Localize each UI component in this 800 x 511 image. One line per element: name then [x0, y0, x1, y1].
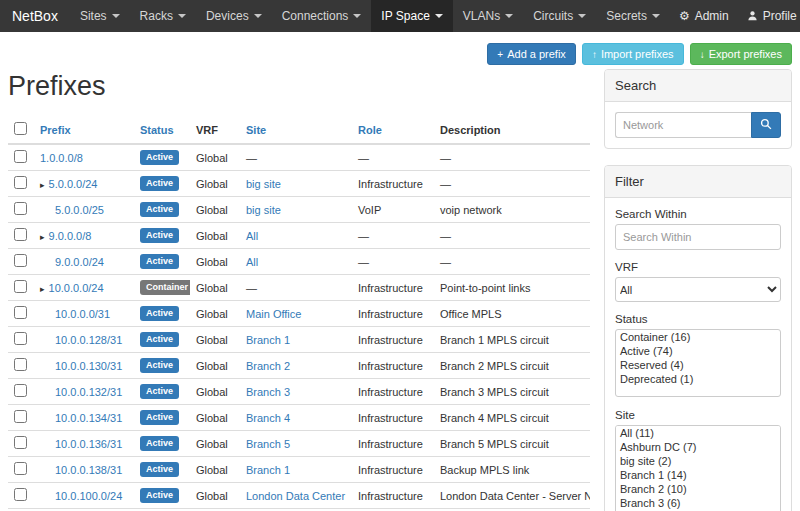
site-link[interactable]: Branch 3 [246, 386, 290, 398]
profile-link[interactable]: Profile [738, 0, 800, 32]
expand-children-icon[interactable]: ▸ [40, 180, 45, 190]
nav-item-vlans[interactable]: VLANs [453, 0, 523, 32]
vrf-select[interactable]: All [615, 277, 781, 302]
table-row: 10.0.0.134/31ActiveGlobalBranch 4Infrast… [8, 405, 590, 431]
prefix-link[interactable]: 9.0.0.0/8 [49, 230, 92, 242]
site-link[interactable]: Branch 1 [246, 334, 290, 346]
site-select[interactable]: All (11)Ashburn DC (7)big site (2)Branch… [615, 425, 781, 511]
description-cell: — [434, 249, 590, 275]
expand-children-icon[interactable]: ▸ [40, 232, 45, 242]
prefix-link[interactable]: 10.0.0.0/24 [49, 282, 104, 294]
export-prefixes-button[interactable]: ↓Export prefixes [690, 43, 792, 65]
site-link[interactable]: Branch 1 [246, 464, 290, 476]
row-checkbox[interactable] [14, 306, 27, 319]
description-cell: — [434, 223, 590, 249]
row-checkbox[interactable] [14, 280, 27, 293]
column-header-status[interactable]: Status [140, 124, 174, 136]
site-cell: — [240, 275, 352, 301]
nav-item-ip-space[interactable]: IP Space [371, 0, 452, 32]
nav-item-sites[interactable]: Sites [70, 0, 130, 32]
search-within-input[interactable] [615, 224, 781, 250]
filter-option[interactable]: Branch 2 (10) [616, 482, 780, 496]
filter-option[interactable]: Deprecated (1) [616, 372, 780, 386]
prefix-link[interactable]: 5.0.0.0/24 [49, 178, 98, 190]
row-checkbox[interactable] [14, 462, 27, 475]
row-checkbox[interactable] [14, 384, 27, 397]
row-checkbox[interactable] [14, 228, 27, 241]
filter-option[interactable]: Ashburn DC (7) [616, 440, 780, 454]
caret-down-icon [178, 14, 186, 18]
select-all-checkbox[interactable] [14, 122, 27, 135]
search-input[interactable] [615, 112, 751, 138]
nav-item-connections[interactable]: Connections [272, 0, 372, 32]
site-link[interactable]: Main Office [246, 308, 301, 320]
filter-option[interactable]: Container (16) [616, 330, 780, 344]
filter-option[interactable]: Branch 1 (14) [616, 468, 780, 482]
column-header-site[interactable]: Site [246, 124, 266, 136]
vrf-cell: Global [190, 457, 240, 483]
row-checkbox[interactable] [14, 150, 27, 163]
filter-option[interactable]: big site (2) [616, 454, 780, 468]
nav-item-devices[interactable]: Devices [196, 0, 272, 32]
nav-item-racks[interactable]: Racks [130, 0, 196, 32]
status-badge: Active [140, 254, 179, 269]
row-checkbox[interactable] [14, 436, 27, 449]
table-row: 10.0.0.136/31ActiveGlobalBranch 5Infrast… [8, 431, 590, 457]
role-cell: Infrastructure [352, 405, 434, 431]
prefix-link[interactable]: 9.0.0.0/24 [55, 256, 104, 268]
search-within-label: Search Within [615, 208, 781, 220]
prefix-link[interactable]: 10.0.0.138/31 [55, 464, 122, 476]
gear-icon: ⚙ [679, 10, 690, 22]
nav-item-circuits[interactable]: Circuits [523, 0, 596, 32]
admin-link[interactable]: ⚙ Admin [670, 0, 738, 32]
prefix-link[interactable]: 10.0.0.136/31 [55, 438, 122, 450]
prefix-link[interactable]: 10.0.0.0/31 [55, 308, 110, 320]
site-link[interactable]: Branch 5 [246, 438, 290, 450]
prefix-link[interactable]: 10.0.100.0/24 [55, 490, 122, 502]
row-checkbox[interactable] [14, 176, 27, 189]
prefix-link[interactable]: 10.0.0.130/31 [55, 360, 122, 372]
brand-logo[interactable]: NetBox [6, 0, 70, 32]
status-badge: Active [140, 202, 179, 217]
description-cell: voip network [434, 197, 590, 223]
caret-down-icon [435, 14, 443, 18]
vrf-cell: Global [190, 379, 240, 405]
prefix-link[interactable]: 5.0.0.0/25 [55, 204, 104, 216]
column-header-prefix[interactable]: Prefix [40, 124, 71, 136]
row-checkbox[interactable] [14, 488, 27, 501]
row-checkbox[interactable] [14, 254, 27, 267]
row-checkbox[interactable] [14, 410, 27, 423]
filter-option[interactable]: Active (74) [616, 344, 780, 358]
status-select[interactable]: Container (16)Active (74)Reserved (4)Dep… [615, 329, 781, 397]
nav-item-secrets[interactable]: Secrets [596, 0, 670, 32]
site-link[interactable]: London Data Center [246, 490, 345, 502]
prefix-link[interactable]: 10.0.0.134/31 [55, 412, 122, 424]
role-cell: Infrastructure [352, 457, 434, 483]
site-link[interactable]: big site [246, 178, 281, 190]
row-checkbox[interactable] [14, 358, 27, 371]
row-checkbox[interactable] [14, 332, 27, 345]
add-prefix-button[interactable]: +Add a prefix [487, 43, 576, 65]
vrf-cell: Global [190, 144, 240, 171]
filter-option[interactable]: Branch 3 (6) [616, 496, 780, 510]
site-link[interactable]: Branch 2 [246, 360, 290, 372]
column-header-role[interactable]: Role [358, 124, 382, 136]
status-badge: Active [140, 436, 179, 451]
search-button[interactable] [751, 112, 781, 138]
import-prefixes-button[interactable]: ↑Import prefixes [582, 43, 684, 65]
navbar: NetBox SitesRacksDevicesConnectionsIP Sp… [0, 0, 800, 32]
prefix-link[interactable]: 1.0.0.0/8 [40, 152, 83, 164]
expand-children-icon[interactable]: ▸ [40, 284, 45, 294]
site-link[interactable]: Branch 4 [246, 412, 290, 424]
site-link[interactable]: big site [246, 204, 281, 216]
filter-option[interactable]: All (11) [616, 426, 780, 440]
site-link[interactable]: All [246, 230, 258, 242]
table-row: 9.0.0.0/24ActiveGlobalAll—— [8, 249, 590, 275]
prefix-link[interactable]: 10.0.0.128/31 [55, 334, 122, 346]
filter-option[interactable]: Reserved (4) [616, 358, 780, 372]
prefix-link[interactable]: 10.0.0.132/31 [55, 386, 122, 398]
search-icon [760, 118, 772, 133]
row-checkbox[interactable] [14, 202, 27, 215]
site-link[interactable]: All [246, 256, 258, 268]
table-row: ▸10.0.0.0/24ContainerGlobal—Infrastructu… [8, 275, 590, 301]
